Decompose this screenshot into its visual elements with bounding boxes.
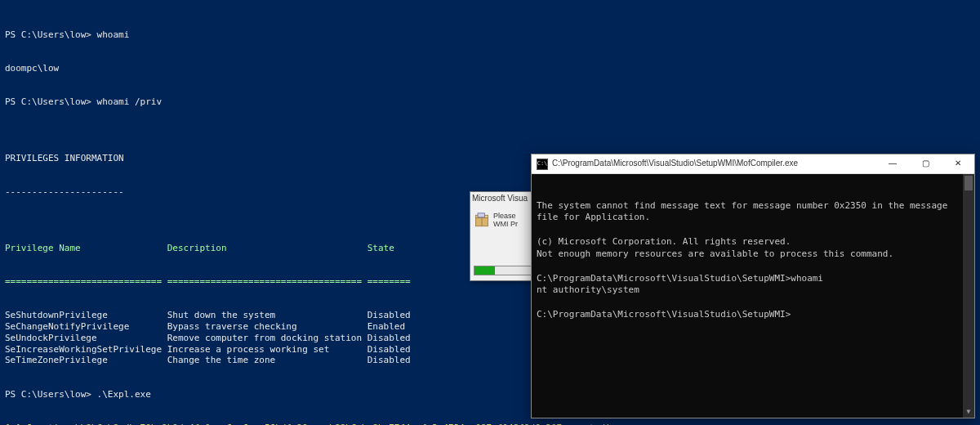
progress-bar [474, 266, 534, 275]
cmd-scrollbar[interactable]: ▲ ▼ [963, 174, 974, 418]
cmd-body[interactable]: The system cannot find message text for … [532, 174, 974, 418]
scroll-thumb[interactable] [964, 176, 973, 190]
cmd-window[interactable]: C:\ C:\ProgramData\Microsoft\VisualStudi… [531, 154, 975, 418]
cmd-output-line: Not enough memory resources are availabl… [537, 248, 969, 261]
cmd-title-text: C:\ProgramData\Microsoft\VisualStudio\Se… [552, 159, 876, 169]
ps-output-whoami: doompc\low [5, 63, 975, 74]
cmd-output-line: nt authority\system [537, 284, 969, 297]
ps-cmd-2: whoami /priv [97, 96, 162, 107]
progress-bar-fill [474, 266, 495, 275]
ps-prompt-2: PS C:\Users\low> [5, 96, 97, 107]
window-controls: — ▢ ✕ [876, 154, 974, 174]
close-button[interactable]: ✕ [942, 154, 974, 174]
cmd-titlebar[interactable]: C:\ C:\ProgramData\Microsoft\VisualStudi… [532, 154, 974, 174]
popup-title: Microsoft Visua [472, 194, 528, 204]
cmd-output-line: The system cannot find message text for … [537, 200, 969, 225]
cmd-output-line [537, 224, 969, 236]
installer-popup: Microsoft Visua Please WMI Pr [470, 191, 538, 281]
scroll-down-icon[interactable]: ▼ [963, 406, 974, 418]
ps-prompt-3: PS C:\Users\low> [5, 389, 97, 400]
svg-rect-2 [478, 213, 484, 217]
ps-cmd-3: .\Expl.exe [97, 389, 151, 400]
cmd-output-line [537, 297, 969, 309]
cmd-output-line: C:\ProgramData\Microsoft\VisualStudio\Se… [537, 309, 969, 321]
cmd-icon: C:\ [537, 159, 548, 170]
popup-text: Please WMI Pr [493, 212, 518, 229]
ps-cmd-1: whoami [97, 29, 130, 40]
installer-box-icon [474, 212, 490, 229]
ps-prompt-1: PS C:\Users\low> [5, 29, 97, 40]
cmd-output-line: C:\ProgramData\Microsoft\VisualStudio\Se… [537, 273, 969, 285]
minimize-button[interactable]: — [876, 154, 909, 174]
cmd-output-line [537, 261, 969, 273]
cmd-output-line: (c) Microsoft Corporation. All rights re… [537, 236, 969, 248]
maximize-button[interactable]: ▢ [909, 154, 942, 174]
